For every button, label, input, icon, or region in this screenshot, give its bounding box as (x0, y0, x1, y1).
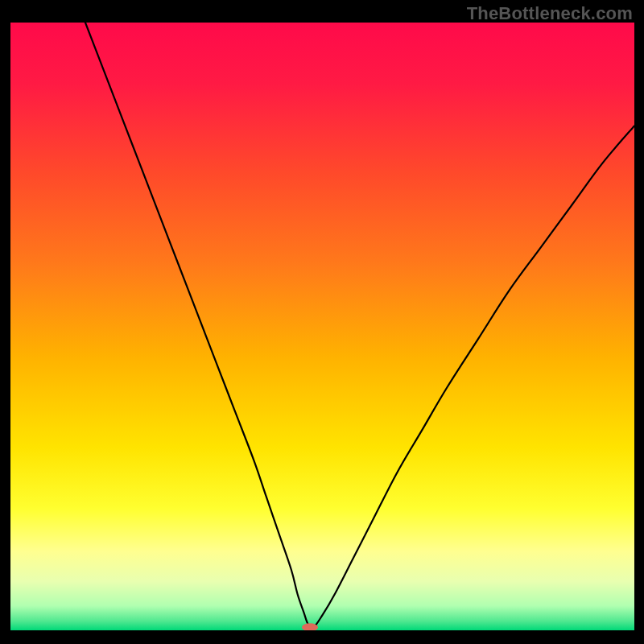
gradient-backdrop (10, 23, 634, 630)
plot-area (10, 23, 634, 630)
bottleneck-plot (10, 23, 634, 630)
watermark-text: TheBottleneck.com (467, 3, 633, 24)
chart-frame: TheBottleneck.com (0, 0, 644, 644)
